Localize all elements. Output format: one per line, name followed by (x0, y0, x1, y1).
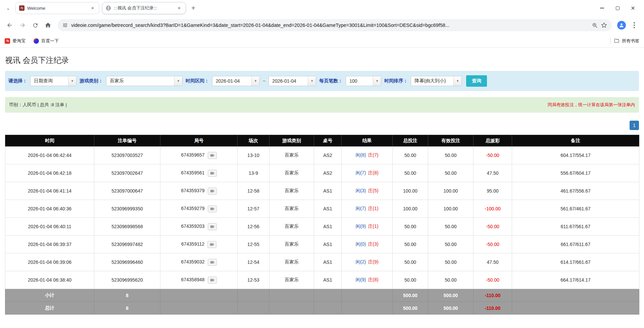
bet-records-table: 时间 注单编号 局号 场次 游戏类别 桌号 结果 总投注 有效投注 总派彩 备注… (5, 135, 639, 315)
bookmark-taobao[interactable]: 淘 爱淘宝 (5, 38, 26, 44)
menu-dots-icon[interactable] (629, 19, 640, 31)
window-close-button[interactable]: ✕ (625, 2, 641, 14)
result-player: 闲(9) (355, 277, 366, 282)
home-icon[interactable] (42, 19, 54, 31)
round-number: 674359561 (181, 170, 204, 175)
game-kind-label: 游戏类别： (80, 78, 103, 84)
cell-game-kind: 百家乐 (269, 218, 314, 236)
video-replay-icon[interactable] (207, 241, 216, 248)
result-banker: 庄(1) (368, 206, 379, 211)
valid-bet-notice-text: 同局有效投注，统一计算在该局第一张注单内 (548, 102, 635, 108)
result-player: 闲(9) (355, 223, 366, 229)
cell-session: 12-56 (238, 218, 269, 236)
cell-result: 闲(9)庄(1) (342, 218, 393, 236)
cell-total-bet[interactable]: 50.00 (393, 164, 428, 182)
cell-total-bet[interactable]: 50.00 (393, 271, 428, 289)
cell-game-kind: 百家乐 (269, 271, 314, 289)
tab-title: :::视讯 会员下注纪录::: (114, 5, 174, 11)
chevron-down-icon[interactable]: ▼ (373, 76, 381, 86)
page-size-select[interactable]: 100 ▼ (346, 76, 381, 86)
cell-total-bet[interactable]: 50.00 (393, 147, 428, 164)
col-total-bet: 总投注 (393, 135, 428, 147)
empty-cell (238, 302, 269, 315)
site-settings-tune-icon[interactable] (62, 23, 68, 28)
cell-table-no: AS1 (314, 253, 342, 271)
cell-payout: 47.50 (474, 253, 512, 271)
video-replay-icon[interactable] (208, 223, 217, 230)
video-replay-icon[interactable] (208, 170, 217, 177)
video-replay-icon[interactable] (208, 188, 217, 195)
refresh-icon[interactable] (30, 19, 41, 31)
window-maximize-button[interactable] (610, 2, 625, 14)
page-size-value: 100 (346, 76, 373, 86)
round-number: 674359203 (181, 223, 204, 229)
profile-avatar[interactable] (616, 19, 627, 31)
cell-valid-bet: 50.00 (428, 253, 474, 271)
cell-total-bet[interactable]: 50.00 (393, 236, 428, 253)
table-row: 2026-01-04 06:40:11 523096998568 6743592… (5, 218, 639, 236)
cell-bet-id: 523096995620 (94, 271, 160, 289)
window-controls: ✕ (594, 2, 641, 14)
cell-bet-id: 523096997482 (94, 236, 160, 253)
cell-total-bet[interactable]: 50.00 (393, 218, 428, 236)
table-row: 2026-01-04 06:38:40 523096995620 6743589… (5, 271, 639, 289)
tab-betrecord[interactable]: :::视讯 会员下注纪录::: × (102, 2, 186, 14)
chevron-down-icon[interactable]: ▼ (174, 76, 182, 86)
chevron-down-icon[interactable]: ▼ (453, 76, 461, 86)
url-bar[interactable]: videoie.com/game/betrecord_search/kind3?… (58, 19, 612, 31)
sort-select[interactable]: 降幂(由大到小) ▼ (411, 76, 462, 86)
chevron-down-icon[interactable]: ▼ (68, 76, 76, 86)
video-replay-icon[interactable] (208, 152, 217, 159)
page-1-button[interactable]: 1 (630, 121, 639, 130)
select-type-label: 请选择： (8, 78, 27, 84)
date-start-select[interactable]: 2026-01-04 ▼ (212, 76, 260, 86)
tab-strip: ⌄ 淘 Welcome × :::视讯 会员下注纪录::: × + ✕ (0, 0, 644, 16)
query-button[interactable]: 查询 (466, 75, 487, 87)
col-time: 时间 (5, 135, 94, 147)
all-bookmarks-button[interactable]: 所有书签 (614, 38, 639, 44)
zoom-icon[interactable] (592, 23, 598, 28)
col-payout: 总派彩 (474, 135, 512, 147)
total-valid-bet: 500.00 (428, 302, 474, 315)
subtotal-label: 小计 (5, 289, 94, 302)
result-player: 闲(3) (355, 188, 366, 193)
cell-round: 674359657 (160, 147, 238, 164)
video-replay-icon[interactable] (208, 259, 217, 266)
back-icon[interactable] (4, 19, 15, 31)
chevron-down-icon[interactable]: ▼ (308, 76, 316, 86)
date-end-value: 2026-01-04 (269, 76, 308, 86)
result-player: 闲(8) (355, 152, 366, 158)
cell-note: 611.67/561.67 (512, 218, 639, 236)
cell-valid-bet: 100.00 (428, 182, 474, 200)
new-tab-button[interactable]: + (189, 3, 198, 13)
tab-search-chevron-icon[interactable]: ⌄ (3, 3, 13, 13)
cell-game-kind: 百家乐 (269, 200, 314, 218)
total-total-bet: 500.00 (393, 302, 428, 315)
cell-time: 2026-01-04 06:39:37 (5, 236, 94, 253)
cell-total-bet[interactable]: 50.00 (393, 253, 428, 271)
forward-icon[interactable] (17, 19, 28, 31)
bookmark-baidu[interactable]: 百度一下 (34, 38, 59, 44)
window-minimize-button[interactable] (594, 2, 610, 14)
cell-total-bet[interactable]: 100.00 (393, 200, 428, 218)
query-type-select[interactable]: 日期查询 ▼ (30, 76, 77, 86)
chevron-down-icon[interactable]: ▼ (251, 76, 259, 86)
bookmark-star-icon[interactable] (601, 22, 607, 28)
game-kind-select[interactable]: 百家乐 ▼ (106, 76, 183, 86)
cell-result: 闲(9)庄(8) (342, 271, 393, 289)
tab-welcome[interactable]: 淘 Welcome × (15, 2, 99, 14)
browser-toolbar: videoie.com/game/betrecord_search/kind3?… (0, 16, 644, 34)
video-replay-icon[interactable] (208, 205, 217, 212)
cell-total-bet[interactable]: 100.00 (393, 182, 428, 200)
tab-close-icon[interactable]: × (90, 5, 96, 11)
cell-table-no: AS1 (314, 271, 342, 289)
video-replay-icon[interactable] (208, 277, 217, 284)
table-row: 2026-01-04 06:39:37 523096997482 6743591… (5, 236, 639, 253)
result-player: 闲(7) (355, 170, 366, 175)
cell-note: 561.67/461.67 (512, 200, 639, 218)
cell-time: 2026-01-04 06:39:06 (5, 253, 94, 271)
cell-session: 12-55 (238, 236, 269, 253)
tab-close-icon[interactable]: × (176, 5, 182, 11)
cell-session: 12-58 (238, 182, 269, 200)
date-end-select[interactable]: 2026-01-04 ▼ (268, 76, 316, 86)
